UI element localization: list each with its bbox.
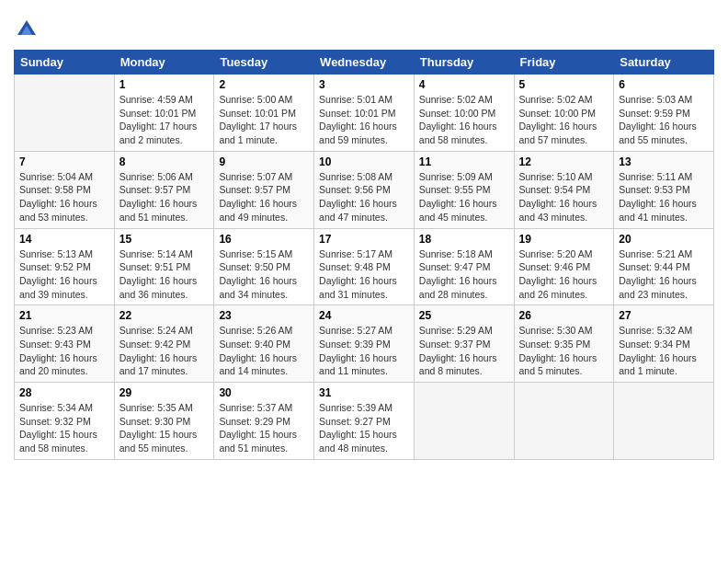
day-info: Sunrise: 5:11 AM Sunset: 9:53 PM Dayligh…: [619, 170, 709, 224]
day-number: 22: [119, 309, 210, 322]
week-row-3: 14Sunrise: 5:13 AM Sunset: 9:52 PM Dayli…: [15, 228, 714, 305]
day-info: Sunrise: 5:30 AM Sunset: 9:35 PM Dayligh…: [519, 324, 609, 378]
day-number: 8: [119, 155, 210, 168]
day-info: Sunrise: 5:34 AM Sunset: 9:32 PM Dayligh…: [19, 401, 109, 455]
calendar-cell: 10Sunrise: 5:08 AM Sunset: 9:56 PM Dayli…: [314, 151, 415, 228]
week-row-4: 21Sunrise: 5:23 AM Sunset: 9:43 PM Dayli…: [15, 305, 714, 383]
day-info: Sunrise: 5:06 AM Sunset: 9:57 PM Dayligh…: [119, 170, 210, 224]
column-header-saturday: Saturday: [614, 51, 714, 75]
calendar-cell: 4Sunrise: 5:02 AM Sunset: 10:00 PM Dayli…: [414, 75, 514, 152]
day-number: 13: [619, 155, 709, 168]
day-number: 20: [619, 233, 709, 246]
calendar-cell: 27Sunrise: 5:32 AM Sunset: 9:34 PM Dayli…: [614, 305, 714, 383]
day-number: 2: [219, 78, 309, 91]
calendar-cell: 19Sunrise: 5:20 AM Sunset: 9:46 PM Dayli…: [514, 228, 614, 305]
day-info: Sunrise: 5:17 AM Sunset: 9:48 PM Dayligh…: [319, 247, 409, 302]
day-info: Sunrise: 5:09 AM Sunset: 9:55 PM Dayligh…: [419, 170, 509, 224]
day-info: Sunrise: 5:10 AM Sunset: 9:54 PM Dayligh…: [519, 170, 609, 224]
calendar-cell: 26Sunrise: 5:30 AM Sunset: 9:35 PM Dayli…: [514, 305, 614, 383]
calendar-cell: 13Sunrise: 5:11 AM Sunset: 9:53 PM Dayli…: [614, 151, 714, 228]
column-header-friday: Friday: [514, 51, 614, 75]
day-info: Sunrise: 4:59 AM Sunset: 10:01 PM Daylig…: [119, 93, 210, 147]
day-info: Sunrise: 5:24 AM Sunset: 9:42 PM Dayligh…: [119, 324, 210, 378]
calendar-cell: 9Sunrise: 5:07 AM Sunset: 9:57 PM Daylig…: [214, 151, 314, 228]
day-info: Sunrise: 5:02 AM Sunset: 10:00 PM Daylig…: [519, 93, 609, 147]
day-info: Sunrise: 5:15 AM Sunset: 9:50 PM Dayligh…: [219, 247, 309, 302]
calendar-cell: [414, 383, 514, 460]
calendar-cell: 12Sunrise: 5:10 AM Sunset: 9:54 PM Dayli…: [514, 151, 614, 228]
week-row-1: 1Sunrise: 4:59 AM Sunset: 10:01 PM Dayli…: [15, 75, 714, 152]
day-info: Sunrise: 5:37 AM Sunset: 9:29 PM Dayligh…: [219, 401, 309, 455]
day-info: Sunrise: 5:13 AM Sunset: 9:52 PM Dayligh…: [19, 247, 109, 302]
header: [14, 9, 714, 42]
calendar-cell: 11Sunrise: 5:09 AM Sunset: 9:55 PM Dayli…: [414, 151, 514, 228]
day-info: Sunrise: 5:14 AM Sunset: 9:51 PM Dayligh…: [119, 247, 210, 302]
day-info: Sunrise: 5:04 AM Sunset: 9:58 PM Dayligh…: [19, 170, 109, 224]
calendar-cell: 24Sunrise: 5:27 AM Sunset: 9:39 PM Dayli…: [314, 305, 415, 383]
day-number: 16: [219, 233, 309, 246]
week-row-5: 28Sunrise: 5:34 AM Sunset: 9:32 PM Dayli…: [15, 383, 714, 460]
day-number: 1: [119, 78, 210, 91]
calendar-cell: 2Sunrise: 5:00 AM Sunset: 10:01 PM Dayli…: [214, 75, 314, 152]
calendar-cell: 5Sunrise: 5:02 AM Sunset: 10:00 PM Dayli…: [514, 75, 614, 152]
day-number: 14: [19, 233, 109, 246]
day-info: Sunrise: 5:32 AM Sunset: 9:34 PM Dayligh…: [619, 324, 709, 378]
calendar-table: SundayMondayTuesdayWednesdayThursdayFrid…: [14, 50, 714, 460]
day-number: 12: [519, 155, 609, 168]
day-number: 23: [219, 309, 309, 322]
column-header-tuesday: Tuesday: [214, 51, 314, 75]
day-info: Sunrise: 5:27 AM Sunset: 9:39 PM Dayligh…: [319, 324, 409, 378]
day-info: Sunrise: 5:00 AM Sunset: 10:01 PM Daylig…: [219, 93, 309, 147]
day-number: 4: [419, 78, 509, 91]
day-number: 11: [419, 155, 509, 168]
calendar-cell: 31Sunrise: 5:39 AM Sunset: 9:27 PM Dayli…: [314, 383, 415, 460]
calendar-cell: 14Sunrise: 5:13 AM Sunset: 9:52 PM Dayli…: [15, 228, 115, 305]
day-number: 7: [19, 155, 109, 168]
day-info: Sunrise: 5:02 AM Sunset: 10:00 PM Daylig…: [419, 93, 509, 147]
calendar-cell: 23Sunrise: 5:26 AM Sunset: 9:40 PM Dayli…: [214, 305, 314, 383]
calendar-cell: 15Sunrise: 5:14 AM Sunset: 9:51 PM Dayli…: [114, 228, 214, 305]
day-info: Sunrise: 5:39 AM Sunset: 9:27 PM Dayligh…: [319, 401, 409, 455]
day-info: Sunrise: 5:26 AM Sunset: 9:40 PM Dayligh…: [219, 324, 309, 378]
day-number: 18: [419, 233, 509, 246]
calendar-cell: 16Sunrise: 5:15 AM Sunset: 9:50 PM Dayli…: [214, 228, 314, 305]
day-info: Sunrise: 5:23 AM Sunset: 9:43 PM Dayligh…: [19, 324, 109, 378]
day-number: 29: [119, 386, 210, 399]
day-info: Sunrise: 5:20 AM Sunset: 9:46 PM Dayligh…: [519, 247, 609, 302]
column-header-sunday: Sunday: [15, 51, 115, 75]
calendar-cell: [15, 75, 115, 152]
day-number: 28: [19, 386, 109, 399]
day-number: 10: [319, 155, 409, 168]
calendar-cell: 22Sunrise: 5:24 AM Sunset: 9:42 PM Dayli…: [114, 305, 214, 383]
day-number: 5: [519, 78, 609, 91]
calendar-cell: 20Sunrise: 5:21 AM Sunset: 9:44 PM Dayli…: [614, 228, 714, 305]
day-info: Sunrise: 5:07 AM Sunset: 9:57 PM Dayligh…: [219, 170, 309, 224]
calendar-cell: [514, 383, 614, 460]
day-info: Sunrise: 5:08 AM Sunset: 9:56 PM Dayligh…: [319, 170, 409, 224]
day-number: 9: [219, 155, 309, 168]
day-number: 6: [619, 78, 709, 91]
calendar-cell: 18Sunrise: 5:18 AM Sunset: 9:47 PM Dayli…: [414, 228, 514, 305]
day-number: 3: [319, 78, 409, 91]
calendar-cell: 28Sunrise: 5:34 AM Sunset: 9:32 PM Dayli…: [15, 383, 115, 460]
day-info: Sunrise: 5:29 AM Sunset: 9:37 PM Dayligh…: [419, 324, 509, 378]
day-info: Sunrise: 5:35 AM Sunset: 9:30 PM Dayligh…: [119, 401, 210, 455]
column-header-monday: Monday: [114, 51, 214, 75]
calendar-cell: 6Sunrise: 5:03 AM Sunset: 9:59 PM Daylig…: [614, 75, 714, 152]
calendar-cell: 3Sunrise: 5:01 AM Sunset: 10:01 PM Dayli…: [314, 75, 415, 152]
calendar-cell: 1Sunrise: 4:59 AM Sunset: 10:01 PM Dayli…: [114, 75, 214, 152]
calendar-cell: [614, 383, 714, 460]
calendar-cell: 8Sunrise: 5:06 AM Sunset: 9:57 PM Daylig…: [114, 151, 214, 228]
day-info: Sunrise: 5:01 AM Sunset: 10:01 PM Daylig…: [319, 93, 409, 147]
day-number: 26: [519, 309, 609, 322]
column-header-thursday: Thursday: [414, 51, 514, 75]
calendar-cell: 29Sunrise: 5:35 AM Sunset: 9:30 PM Dayli…: [114, 383, 214, 460]
day-number: 24: [319, 309, 409, 322]
day-number: 30: [219, 386, 309, 399]
calendar-cell: 25Sunrise: 5:29 AM Sunset: 9:37 PM Dayli…: [414, 305, 514, 383]
day-number: 27: [619, 309, 709, 322]
day-number: 19: [519, 233, 609, 246]
header-row: SundayMondayTuesdayWednesdayThursdayFrid…: [15, 51, 714, 75]
week-row-2: 7Sunrise: 5:04 AM Sunset: 9:58 PM Daylig…: [15, 151, 714, 228]
day-info: Sunrise: 5:21 AM Sunset: 9:44 PM Dayligh…: [619, 247, 709, 302]
